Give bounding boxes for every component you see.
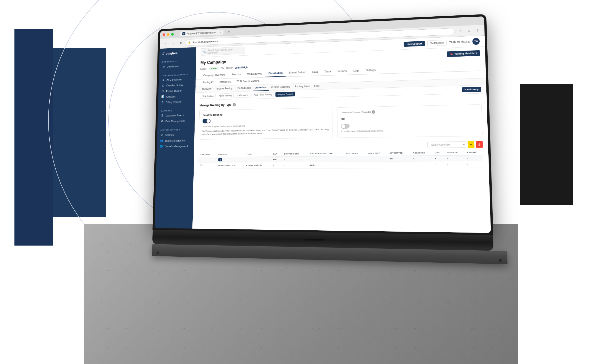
group-revenue: - bbox=[445, 155, 465, 161]
tab-media-buying[interactable]: Media Buying bbox=[244, 70, 265, 78]
tab-data[interactable]: Data bbox=[309, 68, 321, 76]
sidebar-item-settings[interactable]: ⚙ Settings bbox=[157, 132, 194, 138]
endpoint-payout: - bbox=[465, 161, 484, 168]
tab-logs[interactable]: Logs bbox=[350, 67, 363, 75]
group-wait-section: Group Wait Timeout (Seconds) i 800 bbox=[337, 105, 483, 138]
tab-team[interactable]: Team bbox=[321, 68, 334, 75]
routing-tab-ping-post[interactable]: Ping + Post Routing bbox=[252, 92, 274, 97]
logo-icon: // bbox=[162, 52, 164, 56]
sidebar-logo: // pingtree bbox=[159, 47, 196, 58]
group-avg-price: - bbox=[344, 156, 366, 161]
settings-icon: ⚙ bbox=[160, 133, 163, 137]
reload-button[interactable]: ↻ bbox=[178, 40, 184, 46]
group-number-cell: 1 bbox=[216, 157, 244, 162]
group-wait-label: Group Wait Timeout (Seconds) i bbox=[341, 110, 375, 114]
dist-tab-advertiser[interactable]: Advertiser bbox=[253, 85, 269, 91]
routing-tab-agent[interactable]: Agent Routing bbox=[217, 93, 234, 98]
live-support-button[interactable]: Live Support bbox=[404, 41, 425, 47]
screen-inner: P Pingtree | Tracking Platform × + ‹ › ↻… bbox=[155, 16, 491, 233]
sidebar-item-billing-reports[interactable]: $ Billing Reports bbox=[158, 99, 195, 105]
tab-campaign-overview[interactable]: Campaign Overview bbox=[200, 71, 228, 79]
drag-handle-icon[interactable]: ⠿ bbox=[200, 164, 202, 167]
bg-bar-right bbox=[520, 84, 573, 205]
extension-icon[interactable]: ⊕ bbox=[465, 27, 473, 34]
back-button[interactable]: ‹ bbox=[162, 40, 169, 47]
group-cap: 200 bbox=[271, 157, 282, 162]
pingtree-routing-description: To enable Pingtree routing please toggle… bbox=[202, 123, 329, 136]
add-group-button[interactable]: + Add Group bbox=[462, 87, 481, 92]
shelf-vent-right bbox=[499, 259, 502, 262]
tab-title: Pingtree | Tracking Platform bbox=[187, 31, 216, 35]
sub-tab-tcpa[interactable]: TCPA Buyers Mapping bbox=[234, 78, 262, 85]
bg-bar-left-tall bbox=[14, 29, 53, 246]
tab-settings[interactable]: Settings bbox=[363, 66, 379, 74]
bookmark-icon[interactable]: ☆ bbox=[457, 27, 464, 34]
dist-tab-logs[interactable]: Logs bbox=[312, 83, 322, 90]
col-endpoint: ENDPOINT bbox=[216, 152, 244, 157]
traffic-light-yellow[interactable] bbox=[167, 33, 170, 36]
menu-icon[interactable]: ⋮ bbox=[474, 27, 482, 34]
browser-tab[interactable]: P Pingtree | Tracking Platform × bbox=[180, 30, 224, 36]
pingtree-routing-section-title: Pingtree Routing bbox=[203, 113, 222, 117]
pingtree-description-text: We'll sequentially send a POST request w… bbox=[202, 128, 329, 136]
tab-sources[interactable]: Sources bbox=[228, 71, 244, 78]
team-management-icon: 👥 bbox=[160, 139, 163, 142]
tab-reports[interactable]: Reports bbox=[334, 67, 350, 75]
edit-button[interactable]: ✏ bbox=[468, 141, 475, 148]
dist-tab-routing-rules[interactable]: Routing Rules bbox=[293, 83, 312, 90]
routing-tab-click[interactable]: Click Routing bbox=[200, 94, 215, 99]
sidebar: // pingtree DASHBOARDS ⊞ Dashboard CAMPA… bbox=[155, 47, 196, 228]
logo-text: pingtree bbox=[166, 51, 178, 55]
tracking-identifiers-button[interactable]: 🔖 Tracking Identifiers bbox=[447, 50, 480, 57]
pingtree-routing-header: Pingtree Routing bbox=[203, 111, 329, 117]
tab-distribution[interactable]: Distribution bbox=[265, 70, 286, 77]
routing-tab-call[interactable]: Call Routing bbox=[235, 93, 250, 98]
col-attempted: ATTEMPTED bbox=[387, 150, 411, 156]
tab-funnel-builder[interactable]: Funnel Builder bbox=[286, 69, 309, 76]
group-payout: - bbox=[465, 155, 483, 161]
dashboard-icon: ⊞ bbox=[162, 65, 165, 68]
sync-routing-toggle[interactable] bbox=[341, 124, 349, 129]
endpoint-name: LeadsMarket - 200 bbox=[216, 162, 245, 169]
sub-tab-posting-api[interactable]: Posting API bbox=[200, 79, 217, 86]
col-revenue: REVENUE bbox=[444, 150, 465, 155]
delete-button[interactable]: 🗑 bbox=[476, 141, 483, 148]
user-avatar[interactable]: JW bbox=[473, 38, 480, 45]
group-cvr: - bbox=[433, 155, 445, 161]
search-bar[interactable]: 🔍 Search Your Tree or Enter Command bbox=[201, 47, 245, 56]
select-advertiser-dropdown[interactable]: Select Advertiser bbox=[427, 141, 466, 148]
traffic-light-red[interactable] bbox=[162, 33, 165, 36]
sidebar-section-database: DATABASE 🗄 Database Source ⚙ Data Manage… bbox=[158, 106, 195, 126]
endpoints-controls: Select Advertiser ✏ 🗑 bbox=[427, 141, 483, 148]
dist-tab-routing-logic[interactable]: Routing Logic bbox=[235, 85, 253, 91]
col-arrange: ARRANGE bbox=[198, 152, 217, 157]
sub-tab-integrations[interactable]: Integrations bbox=[217, 78, 234, 86]
billing-icon: $ bbox=[161, 101, 164, 104]
routing-grid: Pingtree Routing To enable Pingtree rout… bbox=[199, 105, 483, 140]
sidebar-item-domain-management[interactable]: 🌐 Domain Management bbox=[157, 143, 194, 150]
laptop-wrapper: P Pingtree | Tracking Platform × + ‹ › ↻… bbox=[152, 14, 494, 264]
switch-back-button[interactable]: Switch Back bbox=[427, 40, 447, 46]
new-tab-button[interactable]: + bbox=[226, 29, 231, 35]
sidebar-item-dashboard-label: Dashboard bbox=[167, 65, 179, 68]
forward-button[interactable]: › bbox=[170, 40, 176, 46]
tab-close-icon[interactable]: × bbox=[220, 31, 221, 33]
routing-tab-pingtree[interactable]: Pingtree Routing bbox=[276, 92, 295, 97]
dist-tab-pingtree-routing[interactable]: Pingtree Routing bbox=[214, 86, 235, 92]
group-type bbox=[244, 157, 271, 162]
sidebar-item-all-campaigns-label: All Campaigns bbox=[166, 78, 182, 81]
sidebar-item-dashboard[interactable]: ⊞ Dashboard bbox=[159, 63, 196, 70]
group-wait-value: 800 bbox=[341, 115, 478, 120]
dist-tab-overview[interactable]: Overview bbox=[200, 86, 214, 92]
dist-tab-custom-endpoints[interactable]: Custom Endpoints bbox=[269, 84, 293, 91]
endpoint-attempted: - bbox=[388, 161, 411, 168]
traffic-light-green[interactable] bbox=[171, 33, 174, 36]
sidebar-item-team-management[interactable]: 👥 Team Management bbox=[157, 138, 194, 144]
endpoints-table-body: 1 200 - - - - 543 bbox=[198, 155, 484, 169]
owner-name: Jines Wright bbox=[235, 66, 248, 69]
sidebar-item-data-management[interactable]: ⚙ Data Management bbox=[158, 118, 195, 124]
pingtree-routing-toggle[interactable] bbox=[203, 119, 211, 124]
sidebar-item-team-management-label: Team Management bbox=[165, 139, 185, 142]
url-text: https://app.pingtree.com bbox=[192, 40, 218, 43]
sidebar-item-database-source[interactable]: 🗄 Database Source bbox=[158, 112, 195, 118]
